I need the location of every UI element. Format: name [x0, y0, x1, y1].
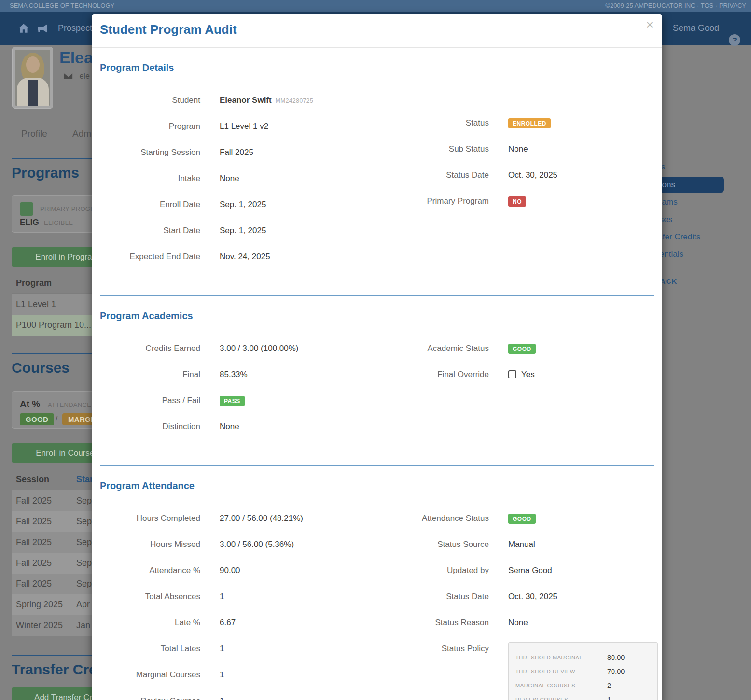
- field-value: Oct. 30, 2025: [508, 168, 557, 180]
- home-icon[interactable]: [17, 22, 30, 35]
- field-value: 1: [220, 694, 224, 700]
- field-starting-session: Starting Session Fall 2025: [100, 146, 375, 160]
- program-code: ELIG: [20, 218, 39, 227]
- tos-link[interactable]: TOS: [701, 2, 714, 9]
- field-label: Enroll Date: [100, 198, 200, 210]
- field-status-source: Status Source Manual: [375, 538, 658, 552]
- attendance-good-badge: GOOD: [508, 514, 536, 524]
- field-value: Nov. 24, 2025: [220, 250, 270, 262]
- field-attendance-status: Attendance Status GOOD: [375, 512, 658, 526]
- field-attendance-pct: Attendance % 90.00: [100, 564, 375, 578]
- start-cell: Sep: [72, 517, 92, 527]
- program-cell[interactable]: L1 Level 1: [12, 299, 56, 309]
- policy-label: THRESHOLD REVIEW: [515, 669, 607, 674]
- session-cell: Fall 2025: [12, 558, 72, 568]
- field-label: Final Override: [375, 368, 489, 379]
- avatar-photo: [15, 50, 50, 106]
- field-final: Final 85.33%: [100, 368, 375, 382]
- program-cell[interactable]: P100 Program 10...: [12, 320, 91, 330]
- field-value: Sep. 1, 2025: [220, 198, 266, 210]
- field-label: Status Date: [375, 590, 489, 602]
- programs-col-header[interactable]: Program: [12, 273, 52, 293]
- field-expected-end-date: Expected End Date Nov. 24, 2025: [100, 250, 375, 265]
- user-menu[interactable]: Sema Good: [673, 23, 719, 33]
- field-label: Hours Completed: [100, 512, 200, 523]
- tab-profile[interactable]: Profile: [21, 128, 47, 139]
- student-value: Eleanor SwiftMM24280725: [220, 94, 313, 105]
- field-status-date: Status Date Oct. 30, 2025: [375, 168, 654, 183]
- field-label: Sub Status: [375, 142, 489, 154]
- start-cell: Sep: [72, 558, 92, 568]
- policy-row: MARGINAL COURSES2: [515, 678, 651, 692]
- field-distinction: Distinction None: [100, 420, 375, 434]
- field-label: Late %: [100, 616, 200, 628]
- policy-value: 2: [607, 682, 611, 689]
- nav-item-prospects[interactable]: Prospects: [58, 23, 97, 33]
- field-status-reason: Status Reason None: [375, 616, 658, 630]
- field-label: Attendance %: [100, 564, 200, 575]
- good-badge: GOOD: [20, 413, 54, 425]
- student-email-row[interactable]: ele: [63, 71, 90, 81]
- field-label: Student: [100, 94, 200, 105]
- megaphone-icon[interactable]: [37, 22, 49, 35]
- policy-value: 70.00: [607, 668, 625, 675]
- field-total-lates: Total Lates 1: [100, 642, 375, 657]
- separator-dot: ·: [697, 2, 699, 9]
- field-status-policy: Status Policy THRESHOLD MARGINAL80.00 TH…: [375, 642, 658, 700]
- pass-badge: PASS: [220, 396, 245, 406]
- session-col-header[interactable]: Session: [12, 470, 72, 490]
- program-attendance-heading: Program Attendance: [100, 480, 654, 491]
- policy-label: MARGINAL COURSES: [515, 683, 607, 688]
- field-status: Status ENROLLED: [375, 116, 654, 131]
- student-email[interactable]: ele: [79, 72, 89, 80]
- help-icon[interactable]: ?: [729, 34, 740, 46]
- field-label: Marginal Courses: [100, 668, 200, 680]
- privacy-link[interactable]: PRIVACY: [719, 2, 746, 9]
- field-label: Starting Session: [100, 146, 200, 157]
- field-value: 6.67: [220, 616, 236, 628]
- field-hours-missed: Hours Missed 3.00 / 56.00 (5.36%): [100, 538, 375, 552]
- programs-heading: Programs: [12, 165, 79, 181]
- field-label: Academic Status: [375, 342, 489, 353]
- field-value: 85.33%: [220, 368, 248, 379]
- field-value: 1: [220, 668, 224, 680]
- college-brand: SEMA COLLEGE OF TECHNOLOGY: [10, 0, 114, 12]
- field-label: Review Courses: [100, 694, 200, 700]
- field-credits-earned: Credits Earned 3.00 / 3.00 (100.00%): [100, 342, 375, 356]
- start-cell: Sep: [72, 579, 92, 589]
- student-program-audit-modal: Student Program Audit × Program Details …: [92, 14, 662, 700]
- policy-row: REVIEW COURSES1: [515, 692, 651, 700]
- envelope-icon: [63, 72, 73, 80]
- session-cell: Fall 2025: [12, 537, 72, 547]
- field-late-pct: Late % 6.67: [100, 616, 375, 630]
- field-label: Expected End Date: [100, 250, 200, 262]
- field-value: 3.00 / 3.00 (100.00%): [220, 342, 299, 353]
- field-program: Program L1 Level 1 v2: [100, 120, 375, 134]
- field-label: Intake: [100, 172, 200, 183]
- final-override-checkbox[interactable]: [508, 370, 516, 378]
- session-cell: Winter 2025: [12, 620, 72, 630]
- session-cell: Spring 2025: [12, 600, 72, 610]
- field-review-courses: Review Courses 1: [100, 694, 375, 700]
- badge-separator: /: [56, 415, 57, 423]
- field-label: Status Source: [375, 538, 489, 549]
- field-start-date: Start Date Sep. 1, 2025: [100, 224, 375, 238]
- field-value: L1 Level 1 v2: [220, 120, 268, 131]
- field-marginal-courses: Marginal Courses 1: [100, 668, 375, 683]
- field-pass-fail: Pass / Fail PASS: [100, 394, 375, 408]
- field-value: None: [508, 142, 528, 154]
- student-id: MM24280725: [276, 98, 313, 104]
- field-label: Status Policy: [375, 642, 489, 654]
- start-cell: Jan: [72, 620, 90, 630]
- field-label: Updated by: [375, 564, 489, 575]
- modal-section-divider: [100, 295, 654, 296]
- field-hours-completed: Hours Completed 27.00 / 56.00 (48.21%): [100, 512, 375, 526]
- field-updated-by: Updated by Sema Good: [375, 564, 658, 578]
- close-icon[interactable]: ×: [646, 18, 654, 31]
- field-label: Hours Missed: [100, 538, 200, 549]
- field-value: Sep. 1, 2025: [220, 224, 266, 236]
- academic-good-badge: GOOD: [508, 344, 536, 354]
- session-cell: Fall 2025: [12, 517, 72, 527]
- field-academic-status: Academic Status GOOD: [375, 342, 654, 356]
- policy-label: THRESHOLD MARGINAL: [515, 655, 607, 660]
